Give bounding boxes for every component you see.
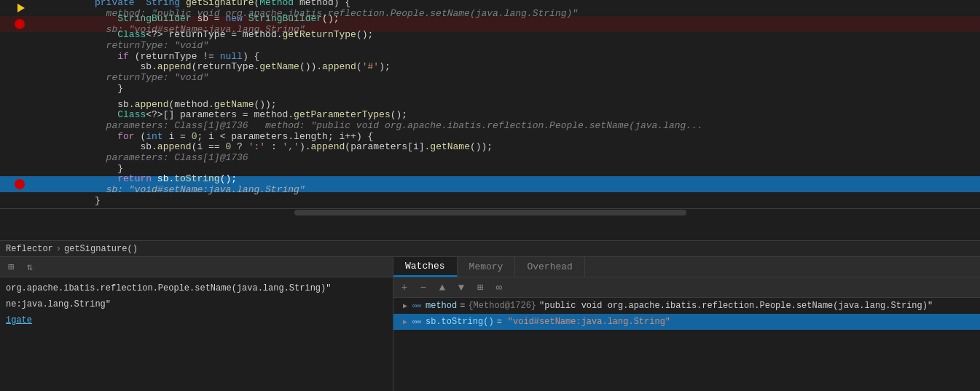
arrow-icon: [17, 4, 25, 12]
watch-name-1: method: [426, 301, 457, 311]
debug-item-2-text: ne:java.lang.String": [6, 299, 111, 309]
debug-sort-btn[interactable]: ⇅: [22, 259, 38, 275]
watch-up-btn[interactable]: ▲: [434, 280, 450, 296]
debug-item-1[interactable]: org.apache.ibatis.reflection.People.setN…: [0, 280, 393, 296]
debug-content: org.apache.ibatis.reflection.People.setN…: [0, 277, 393, 391]
watch-item-method[interactable]: ▶ ∞∞ method = {Method@1726} "public void…: [393, 298, 980, 314]
watch-down-btn[interactable]: ▼: [453, 280, 469, 296]
debug-item-3[interactable]: igate: [0, 312, 393, 328]
watches-panel: Watches Memory Overhead + − ▲ ▼ ⊞ ∞: [393, 257, 980, 391]
watch-infinity-btn[interactable]: ∞: [491, 280, 507, 296]
editor-area: private String getSignature(Method metho…: [0, 0, 980, 240]
watch-expand-1[interactable]: ▶: [399, 301, 411, 310]
debug-item-2[interactable]: ne:java.lang.String": [0, 296, 393, 312]
line-gutter-1: [3, 4, 32, 12]
tab-memory[interactable]: Memory: [458, 257, 516, 277]
watch-item-sb[interactable]: ▶ ∞∞ sb.toString() = "void#setName:java.…: [393, 314, 980, 330]
watch-add-btn[interactable]: +: [396, 280, 412, 296]
breadcrumb: Reflector › getSignature(): [0, 240, 980, 256]
line-gutter-12: [3, 179, 32, 189]
watch-eq-1: =: [460, 301, 465, 311]
breakpoint-icon-2: [15, 19, 25, 29]
debug-item-1-text: org.apache.ibatis.reflection.People.setN…: [6, 283, 331, 293]
code-line-13: }: [0, 192, 980, 208]
debug-structure-btn[interactable]: ⊞: [3, 259, 19, 275]
breadcrumb-item-1[interactable]: Reflector: [6, 244, 53, 254]
watches-tabs: Watches Memory Overhead: [393, 257, 980, 277]
watch-expand-2[interactable]: ▶: [399, 317, 411, 326]
watch-name-2: sb.toString(): [426, 317, 494, 327]
watch-infinity-icon-1: ∞∞: [411, 300, 423, 312]
bottom-panel: ⊞ ⇅ org.apache.ibatis.reflection.People.…: [0, 256, 980, 391]
line-gutter-2: [3, 19, 32, 29]
breadcrumb-item-2[interactable]: getSignature(): [64, 244, 138, 254]
watch-remove-btn[interactable]: −: [415, 280, 431, 296]
breakpoint-icon-12: [15, 179, 25, 189]
watch-copy-btn[interactable]: ⊞: [472, 280, 488, 296]
tab-watches[interactable]: Watches: [393, 257, 458, 277]
debug-toolbar: ⊞ ⇅: [0, 257, 393, 277]
left-debug-panel: ⊞ ⇅ org.apache.ibatis.reflection.People.…: [0, 257, 393, 391]
watch-eq-2: =: [497, 317, 502, 327]
watch-val-2: "void#setName:java.lang.String": [508, 317, 670, 327]
watch-val-1: "public void org.apache.ibatis.reflectio…: [539, 301, 933, 311]
code-content-13: }: [32, 184, 980, 217]
main-container: private String getSignature(Method metho…: [0, 0, 980, 391]
breadcrumb-separator: ›: [56, 244, 61, 254]
watch-infinity-icon-2: ∞∞: [411, 316, 423, 328]
watches-content: ▶ ∞∞ method = {Method@1726} "public void…: [393, 298, 980, 391]
debug-navigate-link[interactable]: igate: [6, 315, 32, 325]
tab-overhead[interactable]: Overhead: [515, 257, 584, 277]
watch-ref-1: {Method@1726}: [468, 301, 536, 311]
watches-toolbar: + − ▲ ▼ ⊞ ∞: [393, 277, 980, 298]
code-lines: private String getSignature(Method metho…: [0, 0, 980, 208]
